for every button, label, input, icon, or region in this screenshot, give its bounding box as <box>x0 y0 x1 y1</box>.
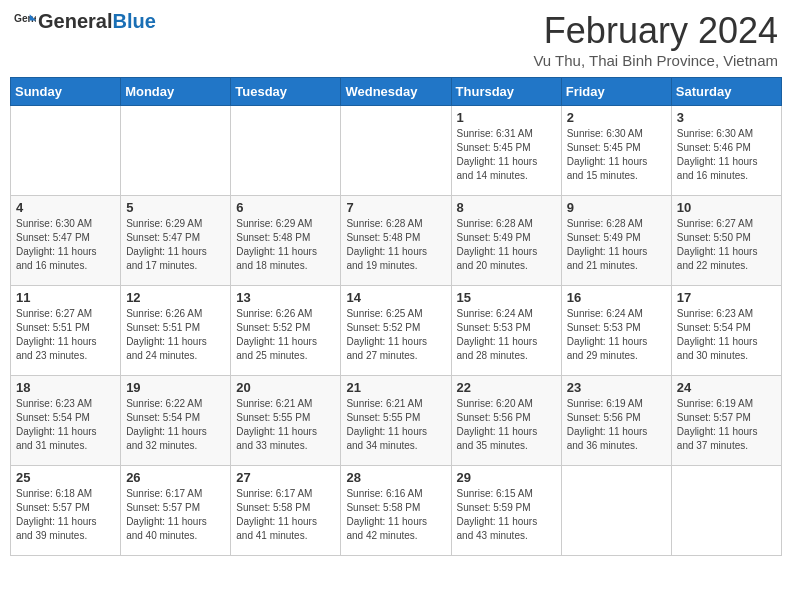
calendar-cell: 6Sunrise: 6:29 AM Sunset: 5:48 PM Daylig… <box>231 196 341 286</box>
day-header-friday: Friday <box>561 78 671 106</box>
calendar-cell: 24Sunrise: 6:19 AM Sunset: 5:57 PM Dayli… <box>671 376 781 466</box>
day-header-saturday: Saturday <box>671 78 781 106</box>
day-info: Sunrise: 6:23 AM Sunset: 5:54 PM Dayligh… <box>16 397 115 453</box>
day-number: 18 <box>16 380 115 395</box>
day-info: Sunrise: 6:15 AM Sunset: 5:59 PM Dayligh… <box>457 487 556 543</box>
calendar-cell: 28Sunrise: 6:16 AM Sunset: 5:58 PM Dayli… <box>341 466 451 556</box>
day-info: Sunrise: 6:30 AM Sunset: 5:46 PM Dayligh… <box>677 127 776 183</box>
calendar-week-1: 1Sunrise: 6:31 AM Sunset: 5:45 PM Daylig… <box>11 106 782 196</box>
day-info: Sunrise: 6:29 AM Sunset: 5:47 PM Dayligh… <box>126 217 225 273</box>
calendar-week-3: 11Sunrise: 6:27 AM Sunset: 5:51 PM Dayli… <box>11 286 782 376</box>
day-info: Sunrise: 6:16 AM Sunset: 5:58 PM Dayligh… <box>346 487 445 543</box>
calendar-cell: 3Sunrise: 6:30 AM Sunset: 5:46 PM Daylig… <box>671 106 781 196</box>
calendar-cell: 17Sunrise: 6:23 AM Sunset: 5:54 PM Dayli… <box>671 286 781 376</box>
day-info: Sunrise: 6:19 AM Sunset: 5:57 PM Dayligh… <box>677 397 776 453</box>
calendar-cell: 14Sunrise: 6:25 AM Sunset: 5:52 PM Dayli… <box>341 286 451 376</box>
header: General GeneralBlue February 2024 Vu Thu… <box>10 10 782 69</box>
calendar-cell: 12Sunrise: 6:26 AM Sunset: 5:51 PM Dayli… <box>121 286 231 376</box>
day-info: Sunrise: 6:28 AM Sunset: 5:49 PM Dayligh… <box>567 217 666 273</box>
day-info: Sunrise: 6:23 AM Sunset: 5:54 PM Dayligh… <box>677 307 776 363</box>
day-info: Sunrise: 6:24 AM Sunset: 5:53 PM Dayligh… <box>567 307 666 363</box>
day-header-sunday: Sunday <box>11 78 121 106</box>
calendar-cell: 27Sunrise: 6:17 AM Sunset: 5:58 PM Dayli… <box>231 466 341 556</box>
day-number: 28 <box>346 470 445 485</box>
calendar-cell: 13Sunrise: 6:26 AM Sunset: 5:52 PM Dayli… <box>231 286 341 376</box>
calendar-cell: 10Sunrise: 6:27 AM Sunset: 5:50 PM Dayli… <box>671 196 781 286</box>
day-info: Sunrise: 6:17 AM Sunset: 5:57 PM Dayligh… <box>126 487 225 543</box>
day-number: 27 <box>236 470 335 485</box>
calendar-cell <box>231 106 341 196</box>
day-info: Sunrise: 6:18 AM Sunset: 5:57 PM Dayligh… <box>16 487 115 543</box>
calendar-cell: 7Sunrise: 6:28 AM Sunset: 5:48 PM Daylig… <box>341 196 451 286</box>
calendar-cell: 19Sunrise: 6:22 AM Sunset: 5:54 PM Dayli… <box>121 376 231 466</box>
calendar-cell: 21Sunrise: 6:21 AM Sunset: 5:55 PM Dayli… <box>341 376 451 466</box>
day-info: Sunrise: 6:21 AM Sunset: 5:55 PM Dayligh… <box>346 397 445 453</box>
calendar-week-4: 18Sunrise: 6:23 AM Sunset: 5:54 PM Dayli… <box>11 376 782 466</box>
day-info: Sunrise: 6:26 AM Sunset: 5:52 PM Dayligh… <box>236 307 335 363</box>
calendar-cell <box>561 466 671 556</box>
day-number: 22 <box>457 380 556 395</box>
logo-icon: General <box>14 11 36 33</box>
calendar-cell <box>671 466 781 556</box>
day-number: 26 <box>126 470 225 485</box>
calendar-cell: 5Sunrise: 6:29 AM Sunset: 5:47 PM Daylig… <box>121 196 231 286</box>
day-header-thursday: Thursday <box>451 78 561 106</box>
day-info: Sunrise: 6:17 AM Sunset: 5:58 PM Dayligh… <box>236 487 335 543</box>
logo: General GeneralBlue <box>14 10 156 33</box>
day-number: 25 <box>16 470 115 485</box>
day-info: Sunrise: 6:31 AM Sunset: 5:45 PM Dayligh… <box>457 127 556 183</box>
day-info: Sunrise: 6:24 AM Sunset: 5:53 PM Dayligh… <box>457 307 556 363</box>
day-number: 2 <box>567 110 666 125</box>
day-info: Sunrise: 6:19 AM Sunset: 5:56 PM Dayligh… <box>567 397 666 453</box>
calendar-week-5: 25Sunrise: 6:18 AM Sunset: 5:57 PM Dayli… <box>11 466 782 556</box>
logo-blue-text: Blue <box>112 10 155 32</box>
calendar-subtitle: Vu Thu, Thai Binh Province, Vietnam <box>533 52 778 69</box>
day-number: 8 <box>457 200 556 215</box>
calendar-cell: 1Sunrise: 6:31 AM Sunset: 5:45 PM Daylig… <box>451 106 561 196</box>
day-info: Sunrise: 6:25 AM Sunset: 5:52 PM Dayligh… <box>346 307 445 363</box>
calendar-cell: 23Sunrise: 6:19 AM Sunset: 5:56 PM Dayli… <box>561 376 671 466</box>
day-info: Sunrise: 6:21 AM Sunset: 5:55 PM Dayligh… <box>236 397 335 453</box>
day-number: 29 <box>457 470 556 485</box>
day-number: 4 <box>16 200 115 215</box>
day-info: Sunrise: 6:28 AM Sunset: 5:49 PM Dayligh… <box>457 217 556 273</box>
day-info: Sunrise: 6:20 AM Sunset: 5:56 PM Dayligh… <box>457 397 556 453</box>
day-number: 11 <box>16 290 115 305</box>
day-number: 17 <box>677 290 776 305</box>
day-header-monday: Monday <box>121 78 231 106</box>
calendar-cell <box>11 106 121 196</box>
calendar-cell: 25Sunrise: 6:18 AM Sunset: 5:57 PM Dayli… <box>11 466 121 556</box>
day-number: 14 <box>346 290 445 305</box>
day-number: 21 <box>346 380 445 395</box>
day-info: Sunrise: 6:27 AM Sunset: 5:51 PM Dayligh… <box>16 307 115 363</box>
calendar-body: 1Sunrise: 6:31 AM Sunset: 5:45 PM Daylig… <box>11 106 782 556</box>
day-header-tuesday: Tuesday <box>231 78 341 106</box>
day-number: 10 <box>677 200 776 215</box>
calendar-cell: 9Sunrise: 6:28 AM Sunset: 5:49 PM Daylig… <box>561 196 671 286</box>
calendar-cell: 29Sunrise: 6:15 AM Sunset: 5:59 PM Dayli… <box>451 466 561 556</box>
calendar-week-2: 4Sunrise: 6:30 AM Sunset: 5:47 PM Daylig… <box>11 196 782 286</box>
day-info: Sunrise: 6:30 AM Sunset: 5:45 PM Dayligh… <box>567 127 666 183</box>
day-info: Sunrise: 6:30 AM Sunset: 5:47 PM Dayligh… <box>16 217 115 273</box>
calendar-cell: 18Sunrise: 6:23 AM Sunset: 5:54 PM Dayli… <box>11 376 121 466</box>
calendar-cell: 4Sunrise: 6:30 AM Sunset: 5:47 PM Daylig… <box>11 196 121 286</box>
day-number: 6 <box>236 200 335 215</box>
day-number: 24 <box>677 380 776 395</box>
day-number: 1 <box>457 110 556 125</box>
day-number: 3 <box>677 110 776 125</box>
calendar-cell: 8Sunrise: 6:28 AM Sunset: 5:49 PM Daylig… <box>451 196 561 286</box>
day-info: Sunrise: 6:26 AM Sunset: 5:51 PM Dayligh… <box>126 307 225 363</box>
calendar-cell: 11Sunrise: 6:27 AM Sunset: 5:51 PM Dayli… <box>11 286 121 376</box>
calendar-header-row: SundayMondayTuesdayWednesdayThursdayFrid… <box>11 78 782 106</box>
calendar-cell: 22Sunrise: 6:20 AM Sunset: 5:56 PM Dayli… <box>451 376 561 466</box>
calendar-cell: 15Sunrise: 6:24 AM Sunset: 5:53 PM Dayli… <box>451 286 561 376</box>
logo-general-text: General <box>38 10 112 32</box>
day-number: 13 <box>236 290 335 305</box>
calendar-cell <box>341 106 451 196</box>
day-number: 5 <box>126 200 225 215</box>
day-info: Sunrise: 6:29 AM Sunset: 5:48 PM Dayligh… <box>236 217 335 273</box>
day-info: Sunrise: 6:27 AM Sunset: 5:50 PM Dayligh… <box>677 217 776 273</box>
day-header-wednesday: Wednesday <box>341 78 451 106</box>
day-number: 7 <box>346 200 445 215</box>
day-number: 20 <box>236 380 335 395</box>
